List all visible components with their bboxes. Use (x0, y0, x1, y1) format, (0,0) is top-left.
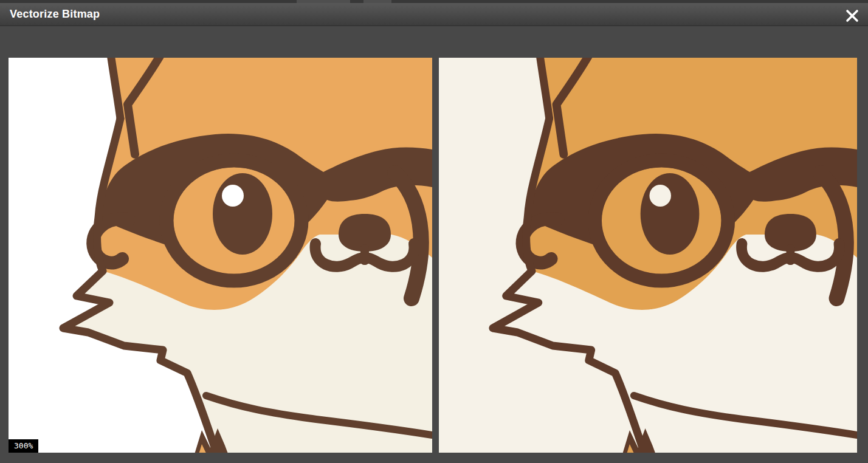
dialog-titlebar: Vectorize Bitmap (0, 3, 868, 26)
original-bitmap-pane: 300% (9, 58, 432, 453)
vectorized-preview-pane (439, 58, 857, 453)
fox-artwork (9, 58, 432, 453)
zoom-level-badge: 300% (9, 439, 38, 453)
vectorize-dialog: Vectorize Bitmap Colors: ✓ Reduce noise … (0, 0, 868, 463)
dialog-title: Vectorize Bitmap (10, 8, 100, 21)
close-icon (844, 7, 861, 24)
fox-artwork (439, 58, 857, 453)
close-button[interactable] (844, 7, 861, 24)
dialog-toolbar: Colors: ✓ Reduce noise OK (0, 26, 868, 58)
